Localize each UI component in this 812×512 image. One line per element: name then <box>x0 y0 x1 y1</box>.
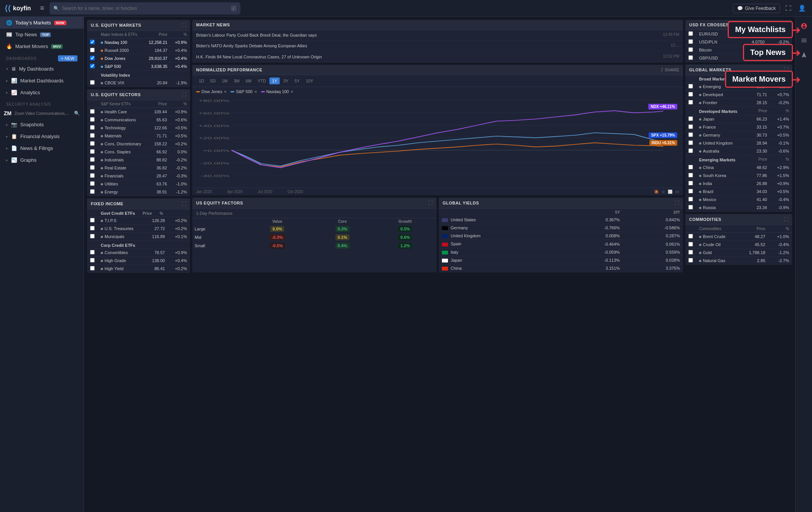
sidebar-item-market-movers[interactable]: 🔥 Market Movers MOV <box>0 40 84 52</box>
tab-5y[interactable]: 5Y <box>292 77 302 84</box>
row-checkbox[interactable] <box>90 141 95 146</box>
expand-equity-btn[interactable]: ⛶ <box>182 23 186 28</box>
row-checkbox[interactable] <box>90 48 95 52</box>
tab-1d[interactable]: 1D <box>196 77 207 84</box>
row-checkbox[interactable] <box>688 205 693 209</box>
movers-sidebar-icon[interactable] <box>798 49 810 61</box>
search-security-icon[interactable]: 🔍 <box>74 111 80 116</box>
row-checkbox[interactable] <box>90 165 95 170</box>
expand-commodities-btn[interactable]: ⛶ <box>784 217 788 222</box>
new-dashboard-button[interactable]: + NEW <box>58 55 77 61</box>
row-checkbox[interactable] <box>688 242 693 246</box>
row-checkbox[interactable] <box>688 132 693 137</box>
row-checkbox[interactable] <box>90 80 95 85</box>
tab-3y[interactable]: 3Y <box>280 77 291 84</box>
sidebar-item-news-filings[interactable]: ▸ 📄 News & Filings <box>0 142 84 154</box>
sidebar-item-today-markets[interactable]: 🌐 Today's Markets NOW <box>0 17 84 29</box>
row-checkbox[interactable] <box>90 40 95 44</box>
row-checkbox[interactable] <box>90 266 95 270</box>
row-checkbox[interactable] <box>90 109 95 114</box>
row-checkbox[interactable] <box>688 173 693 177</box>
news-item[interactable]: H.K. Finds 84 New Local Coronavirus Case… <box>192 52 683 63</box>
row-checkbox[interactable] <box>688 39 693 44</box>
tab-3m[interactable]: 3M <box>231 77 242 84</box>
legend-close-ndx[interactable]: ✕ <box>290 90 293 94</box>
tab-1m[interactable]: 1M <box>219 77 230 84</box>
svg-text:+40.00%: +40.00% <box>198 124 230 127</box>
row-checkbox[interactable] <box>688 148 693 153</box>
chart-mute-icon[interactable]: 🔕 <box>654 190 659 194</box>
sidebar-item-financial-analysis[interactable]: ▸ 📋 Financial Analysis <box>0 130 84 142</box>
expand-global-btn[interactable]: ⛶ <box>784 67 788 72</box>
chart-svg: +80.00% +60.00% +40.00% +20.00% +0.00% -… <box>192 96 683 188</box>
sidebar-item-snapshots[interactable]: ▸ 📷 Snapshots <box>0 119 84 130</box>
table-row: Russell 2000 184.37 +0.4% <box>87 47 190 55</box>
row-checkbox[interactable] <box>688 234 693 238</box>
legend-close-sp500[interactable]: ✕ <box>254 90 257 94</box>
tab-10y[interactable]: 10Y <box>303 77 316 84</box>
legend-close-dow[interactable]: ✕ <box>224 90 227 94</box>
expand-factors-btn[interactable]: ⛶ <box>428 200 433 206</box>
row-checkbox[interactable] <box>90 258 95 262</box>
expand-fixed-btn[interactable]: ⛶ <box>182 201 186 206</box>
row-checkbox[interactable] <box>688 258 693 262</box>
chart-share[interactable]: ⤴ SHARE <box>661 68 679 72</box>
expand-sectors-btn[interactable]: ⛶ <box>182 92 186 97</box>
row-checkbox[interactable] <box>90 125 95 130</box>
row-checkbox[interactable] <box>688 140 693 145</box>
news-item[interactable]: Britain's Labour Party Could Back Brexit… <box>192 30 683 41</box>
row-pct: +0.5% <box>170 132 190 140</box>
row-checkbox[interactable] <box>688 84 693 89</box>
search-bar[interactable]: 🔍 / <box>50 2 240 14</box>
tab-ytd[interactable]: YTD <box>255 77 269 84</box>
row-checkbox[interactable] <box>90 56 95 60</box>
tab-6m[interactable]: 6M <box>243 77 254 84</box>
row-checkbox[interactable] <box>90 250 95 254</box>
row-price: 28.15 <box>750 99 770 107</box>
sidebar-item-graphs[interactable]: ▸ 📉 Graphs <box>0 154 84 166</box>
row-checkbox[interactable] <box>688 116 693 121</box>
watchlists-sidebar-icon[interactable] <box>798 20 810 32</box>
expand-yields-btn[interactable]: ⛶ <box>675 200 679 206</box>
row-checkbox[interactable] <box>688 100 693 105</box>
row-checkbox[interactable] <box>90 181 95 186</box>
user-button[interactable]: 👤 <box>797 3 807 13</box>
feedback-button[interactable]: 💬 Give Feedback <box>733 4 780 13</box>
row-checkbox[interactable] <box>90 189 95 194</box>
sidebar-item-top-news[interactable]: 📰 Top News TOP <box>0 29 84 40</box>
sidebar-item-market-dashboards[interactable]: ▸ 📊 Market Dashboards <box>0 75 84 87</box>
row-checkbox[interactable] <box>688 197 693 201</box>
search-input[interactable] <box>62 6 228 11</box>
commodities-title: COMMODITIES <box>689 217 721 222</box>
list-sidebar-icon[interactable] <box>798 34 810 47</box>
row-checkbox[interactable] <box>90 117 95 122</box>
news-item[interactable]: Biden's NATO Amity Sparks Debate Among E… <box>192 41 683 52</box>
row-checkbox[interactable] <box>90 149 95 154</box>
chart-share-icon[interactable]: ⊙ <box>662 190 665 194</box>
sidebar-item-analytics[interactable]: ▸ 📈 Analytics <box>0 87 84 98</box>
row-checkbox[interactable] <box>90 218 95 222</box>
row-checkbox[interactable] <box>90 226 95 230</box>
row-checkbox[interactable] <box>688 165 693 169</box>
row-checkbox[interactable] <box>688 55 693 60</box>
tab-1y[interactable]: 1Y <box>269 77 280 84</box>
row-checkbox[interactable] <box>90 64 95 68</box>
row-checkbox[interactable] <box>688 31 693 36</box>
row-checkbox[interactable] <box>688 124 693 129</box>
chart-grid-icon[interactable]: ⬜ <box>668 190 672 194</box>
row-checkbox[interactable] <box>688 250 693 254</box>
row-checkbox[interactable] <box>90 173 95 178</box>
row-checkbox[interactable] <box>90 234 95 238</box>
chart-tag-icon[interactable]: 🏷 <box>675 190 679 194</box>
security-search-box[interactable]: ZM Zoom Video Communications,... 🔍 <box>0 108 84 119</box>
tab-5d[interactable]: 5D <box>208 77 218 84</box>
row-checkbox[interactable] <box>688 92 693 97</box>
row-checkbox[interactable] <box>688 181 693 185</box>
fullscreen-button[interactable]: ⛶ <box>784 3 793 13</box>
row-checkbox[interactable] <box>90 133 95 138</box>
row-checkbox[interactable] <box>90 157 95 162</box>
row-checkbox[interactable] <box>688 189 693 193</box>
sidebar-item-my-dashboards[interactable]: ▾ 🖥 My Dashboards <box>0 63 84 75</box>
row-checkbox[interactable] <box>688 47 693 52</box>
hamburger-menu[interactable]: ≡ <box>39 3 46 14</box>
